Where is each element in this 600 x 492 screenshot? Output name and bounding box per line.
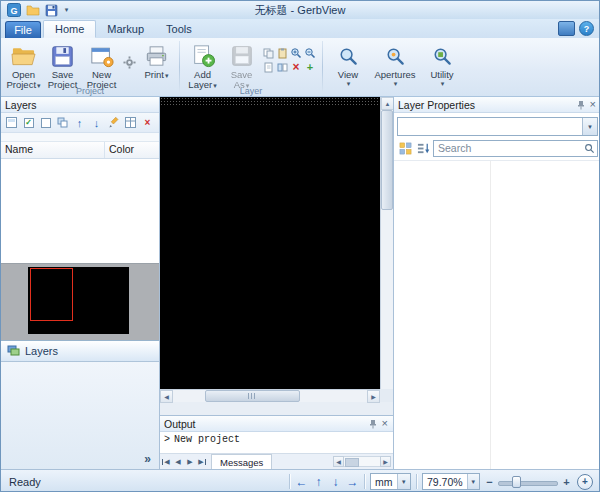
ribbon-tab-row: File Home Markup Tools ? [1, 19, 599, 38]
open-project-button[interactable]: Open Project▾ [4, 40, 43, 92]
zoom-value: 79.70% [423, 476, 467, 488]
pan-down-button[interactable]: ↓ [327, 473, 344, 491]
horizontal-scroll-thumb[interactable] [205, 390, 300, 402]
zoom-slider[interactable] [498, 473, 558, 491]
output-console[interactable]: > New project [160, 432, 393, 453]
layers-nav-button[interactable]: Layers [1, 340, 159, 362]
quick-save-icon[interactable] [43, 3, 60, 18]
sort-alphabetical-icon[interactable] [415, 140, 431, 156]
select-all-layers-icon[interactable] [4, 115, 19, 130]
unchecked-checkbox-icon[interactable] [38, 115, 53, 130]
delete-layer-icon[interactable]: × [140, 115, 155, 130]
pan-up-button[interactable]: ↑ [310, 473, 327, 491]
layer-tree-icon[interactable]: + [303, 60, 317, 74]
help-icon[interactable]: ? [579, 21, 594, 36]
zoom-in-layer-icon[interactable] [289, 46, 303, 60]
combo-dropdown-icon[interactable]: ▼ [397, 474, 411, 489]
pan-left-button[interactable]: ← [293, 473, 310, 491]
print-button[interactable]: Print▾ [137, 40, 176, 82]
move-layer-down-icon[interactable]: ↓ [89, 115, 104, 130]
pin-icon[interactable] [577, 100, 585, 110]
mirror-layer-icon[interactable] [275, 60, 289, 74]
layers-list[interactable] [1, 159, 159, 263]
paste-layer-icon[interactable] [275, 46, 289, 60]
apertures-button[interactable]: Apertures ▾ [370, 40, 420, 89]
window-title: 无标题 - GerbView [1, 3, 599, 18]
search-input[interactable] [434, 142, 581, 154]
app-icon[interactable]: G [5, 3, 22, 18]
mini-scroll-left-button[interactable]: ◀ [333, 456, 344, 467]
vertical-scrollbar[interactable]: ▲ ▼ [380, 97, 393, 402]
property-grid-divider[interactable] [490, 161, 491, 469]
mini-scroll-thumb[interactable] [345, 458, 359, 467]
combo-dropdown-icon[interactable]: ▼ [467, 474, 479, 489]
quick-open-icon[interactable] [24, 3, 41, 18]
layer-sheet-icon[interactable] [261, 60, 275, 74]
save-project-button[interactable]: Save Project [43, 40, 82, 91]
column-name[interactable]: Name [1, 142, 105, 158]
new-project-button[interactable]: New Project [82, 40, 121, 91]
layer-table-icon[interactable] [123, 115, 138, 130]
expand-chevrons-icon[interactable]: » [144, 452, 151, 466]
scroll-right-button[interactable]: ▶ [367, 390, 380, 403]
categorized-view-icon[interactable] [397, 140, 413, 156]
add-layer-button[interactable]: Add Layer▾ [183, 40, 222, 92]
delete-layer-icon[interactable]: × [289, 60, 303, 74]
layer-select-combobox[interactable]: ▼ [397, 117, 598, 136]
tab-markup[interactable]: Markup [96, 20, 155, 38]
search-icon[interactable] [581, 143, 597, 154]
screen-icon[interactable] [558, 21, 575, 36]
column-color[interactable]: Color [105, 142, 159, 158]
copy-layer-icon[interactable] [261, 46, 275, 60]
zoom-out-button[interactable]: − [482, 474, 497, 490]
status-separator [416, 474, 417, 489]
property-grid[interactable] [394, 160, 600, 469]
console-message: New project [174, 434, 240, 445]
ribbon-group-project: Open Project▾ Save Project New Project [1, 38, 179, 96]
dropdown-arrow-icon: ▾ [165, 72, 169, 79]
zoom-slider-track[interactable] [498, 481, 558, 486]
pin-icon[interactable] [369, 419, 377, 429]
move-layer-up-icon[interactable]: ↑ [72, 115, 87, 130]
close-icon[interactable]: × [381, 418, 389, 429]
overview-thumbnail[interactable] [1, 263, 159, 340]
zoom-in-button[interactable]: + [559, 474, 574, 490]
close-icon[interactable]: × [589, 99, 597, 110]
mini-scroll-right-button[interactable]: ▶ [380, 456, 391, 467]
thumbnail-viewport-rect[interactable] [30, 268, 73, 321]
panel-options-strip: » [1, 362, 159, 469]
tab-tools[interactable]: Tools [155, 20, 203, 38]
tab-home[interactable]: Home [43, 20, 96, 38]
vertical-scroll-thumb[interactable] [381, 110, 393, 210]
pan-right-button[interactable]: → [344, 473, 361, 491]
output-mini-scrollbar[interactable]: ◀ ▶ [333, 456, 391, 467]
layers-stack-icon [7, 345, 20, 357]
tab-file[interactable]: File [5, 21, 41, 38]
next-tab-icon[interactable]: ▶ [184, 455, 196, 468]
last-tab-icon[interactable]: ▶ [196, 455, 208, 468]
save-as-button[interactable]: Save As▾ [222, 40, 261, 92]
edit-layer-icon[interactable] [106, 115, 121, 130]
checked-checkbox-icon[interactable]: ✓ [21, 115, 36, 130]
scrollbar-corner [380, 389, 393, 402]
zoom-fit-button[interactable]: + [577, 474, 593, 490]
first-tab-icon[interactable]: ◀ [160, 455, 172, 468]
zoom-combobox[interactable]: 79.70% ▼ [422, 473, 480, 490]
zoom-out-layer-icon[interactable] [303, 46, 317, 60]
mini-scroll-track[interactable] [344, 456, 380, 467]
unit-combobox[interactable]: mm ▼ [370, 473, 411, 490]
layer-stack-icon[interactable] [55, 115, 70, 130]
scroll-left-button[interactable]: ◀ [160, 390, 173, 403]
combo-dropdown-icon[interactable]: ▼ [582, 118, 597, 135]
view-button[interactable]: View ▾ [326, 40, 370, 89]
zoom-slider-thumb[interactable] [512, 476, 521, 488]
qat-dropdown-icon[interactable]: ▾ [62, 6, 71, 14]
prev-tab-icon[interactable]: ◀ [172, 455, 184, 468]
utility-button[interactable]: Utility ▾ [420, 40, 464, 89]
tab-messages[interactable]: Messages [211, 454, 272, 469]
apertures-label: Apertures [374, 69, 415, 80]
drawing-canvas[interactable] [160, 97, 380, 402]
project-settings-icon[interactable] [123, 56, 136, 69]
horizontal-scrollbar[interactable]: ◀ ▶ [160, 389, 380, 402]
layers-toolbar: ✓ ↑ ↓ × [1, 113, 159, 133]
